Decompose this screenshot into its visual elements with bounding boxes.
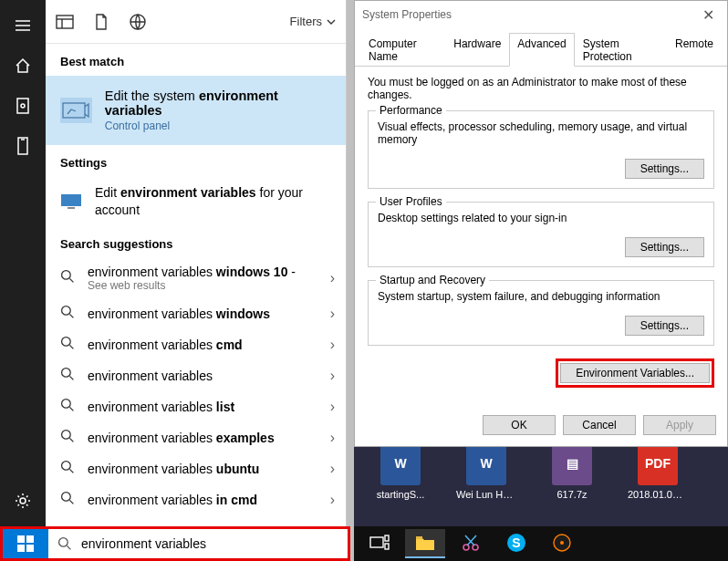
- tab-advanced[interactable]: Advanced: [509, 33, 574, 67]
- svg-rect-11: [61, 194, 81, 206]
- svg-point-21: [62, 399, 71, 408]
- suggestion-item[interactable]: environment variables›: [46, 360, 346, 391]
- svg-point-45: [560, 541, 564, 545]
- search-icon: [60, 429, 77, 447]
- svg-point-25: [62, 461, 71, 470]
- svg-rect-37: [385, 544, 389, 549]
- svg-rect-6: [57, 16, 73, 28]
- suggestion-text: environment variables windows 10 -See we…: [88, 265, 319, 292]
- desktop-file[interactable]: PDF2018.01.07 anchorinn...: [628, 442, 688, 522]
- apply-button[interactable]: Apply: [643, 415, 716, 435]
- tab-remote[interactable]: Remote: [667, 33, 722, 67]
- best-match-result[interactable]: Edit the system environment variables Co…: [46, 76, 346, 145]
- svg-line-34: [67, 545, 70, 549]
- menu-icon[interactable]: [0, 5, 46, 46]
- dialog-titlebar[interactable]: System Properties ✕: [355, 1, 727, 28]
- chevron-down-icon: [326, 16, 337, 27]
- device-icon[interactable]: [0, 126, 46, 166]
- skype-taskbar-icon[interactable]: S: [496, 529, 536, 558]
- search-input-container[interactable]: [48, 529, 348, 558]
- svg-point-17: [62, 337, 71, 346]
- chevron-right-icon: ›: [330, 461, 335, 477]
- suggestion-item[interactable]: environment variables in cmd›: [46, 484, 346, 515]
- search-icon: [60, 336, 77, 354]
- task-view-button[interactable]: [359, 529, 400, 558]
- settings-gear-icon[interactable]: [0, 481, 46, 521]
- media-taskbar-icon[interactable]: [542, 529, 582, 558]
- svg-line-26: [69, 469, 73, 473]
- svg-line-16: [69, 314, 73, 317]
- pdf-icon: PDF: [638, 442, 678, 485]
- tab-hardware[interactable]: Hardware: [445, 33, 509, 67]
- suggestion-item[interactable]: environment variables ubuntu›: [46, 453, 346, 484]
- suggestion-text: environment variables examples: [88, 431, 319, 445]
- suggestion-item[interactable]: environment variables examples›: [46, 422, 346, 453]
- svg-text:S: S: [512, 535, 520, 550]
- svg-rect-35: [370, 537, 383, 547]
- suggestion-text: environment variables in cmd: [88, 493, 319, 507]
- system-properties-dialog: System Properties ✕ Computer NameHardwar…: [354, 0, 728, 447]
- group-performance: PerformanceVisual effects, processor sch…: [368, 110, 714, 189]
- svg-rect-0: [17, 99, 28, 113]
- svg-rect-29: [17, 535, 25, 543]
- svg-rect-12: [68, 207, 75, 209]
- search-icon: [60, 367, 77, 385]
- ok-button[interactable]: OK: [483, 415, 556, 435]
- settings-result-text: Edit environment variables for your acco…: [95, 184, 331, 219]
- tab-system-protection[interactable]: System Protection: [575, 33, 667, 67]
- search-icon: [60, 398, 77, 416]
- group-legend: Performance: [376, 104, 446, 117]
- settings-button[interactable]: Settings...: [625, 237, 704, 257]
- start-button[interactable]: [3, 529, 48, 558]
- filters-dropdown[interactable]: Filters: [290, 15, 337, 28]
- documents-scope-icon[interactable]: [91, 12, 111, 32]
- svg-line-22: [69, 407, 73, 410]
- suggestion-item[interactable]: environment variables list›: [46, 391, 346, 422]
- filters-label: Filters: [290, 15, 322, 28]
- file-name: 2018.01.07 anchorinn...: [628, 489, 688, 500]
- suggestion-text: environment variables cmd: [88, 338, 319, 352]
- environment-variables-button[interactable]: Environment Variables...: [560, 363, 710, 383]
- group-user-profiles: User ProfilesDesktop settings related to…: [368, 202, 714, 267]
- settings-button[interactable]: Settings...: [625, 159, 704, 179]
- svg-rect-36: [385, 535, 389, 541]
- dialog-title: System Properties: [362, 8, 452, 21]
- apps-scope-icon[interactable]: [55, 12, 75, 32]
- cancel-button[interactable]: Cancel: [563, 415, 636, 435]
- file-name: Wei Lun Huang P...: [456, 489, 516, 500]
- svg-rect-31: [17, 545, 25, 552]
- taskbar[interactable]: S: [354, 526, 728, 561]
- web-scope-icon[interactable]: [128, 12, 148, 32]
- cortana-search-panel: Filters Best match Edit the system envir…: [46, 0, 347, 526]
- desktop-file[interactable]: ▤617.7z: [542, 442, 602, 522]
- suggestion-item[interactable]: environment variables cmd›: [46, 329, 346, 360]
- suggestion-item[interactable]: environment variables windows›: [46, 298, 346, 329]
- file-explorer-taskbar-icon[interactable]: [405, 529, 445, 558]
- notebook-icon[interactable]: [0, 86, 46, 126]
- chevron-right-icon: ›: [330, 306, 335, 322]
- settings-result[interactable]: Edit environment variables for your acco…: [46, 177, 346, 226]
- chevron-right-icon: ›: [330, 399, 335, 415]
- archive-icon: ▤: [552, 442, 592, 485]
- svg-rect-38: [416, 536, 422, 539]
- tab-computer-name[interactable]: Computer Name: [360, 33, 445, 67]
- chevron-right-icon: ›: [330, 492, 335, 508]
- suggestions-heading: Search suggestions: [46, 226, 346, 258]
- svg-line-24: [69, 438, 73, 442]
- suggestion-item[interactable]: environment variables windows 10 -See we…: [46, 258, 346, 298]
- settings-button[interactable]: Settings...: [625, 316, 704, 336]
- svg-point-13: [62, 270, 71, 279]
- suggestion-text: environment variables windows: [88, 306, 319, 321]
- search-input[interactable]: [81, 536, 338, 551]
- monitor-icon: [60, 192, 82, 211]
- desktop-file[interactable]: WWei Lun Huang P...: [456, 442, 516, 522]
- close-icon[interactable]: ✕: [697, 6, 720, 24]
- search-icon: [60, 305, 77, 323]
- snipping-tool-taskbar-icon[interactable]: [451, 529, 491, 558]
- svg-point-4: [20, 498, 26, 504]
- word-icon: W: [466, 442, 506, 485]
- search-icon: [57, 536, 72, 551]
- desktop-file[interactable]: WstartingS...: [370, 442, 431, 522]
- home-icon[interactable]: [0, 46, 46, 86]
- desktop-icons-area[interactable]: WstartingS...WWei Lun Huang P...▤617.7zP…: [354, 436, 728, 527]
